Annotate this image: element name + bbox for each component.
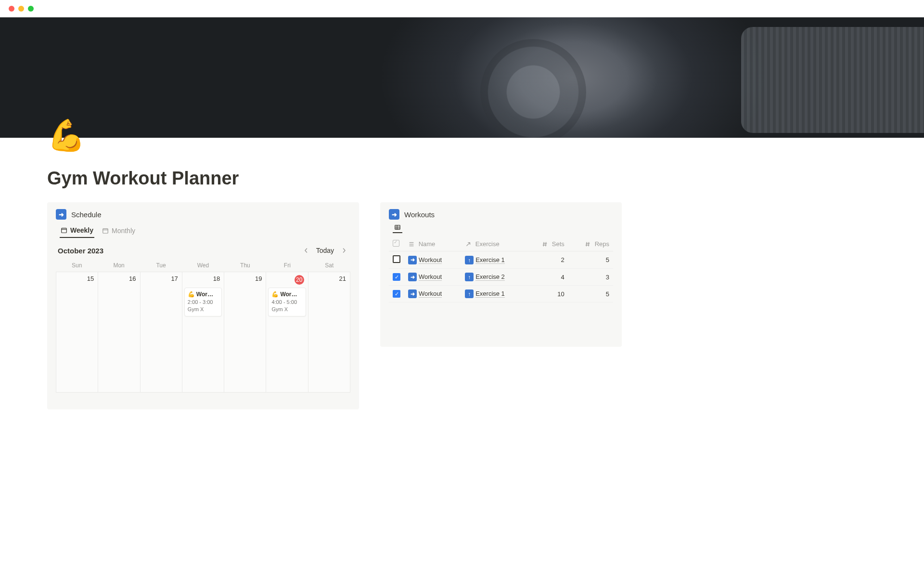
sets-value: 10: [526, 286, 568, 302]
column-exercise-header[interactable]: Exercise: [475, 240, 500, 248]
row-checkbox[interactable]: [393, 273, 400, 281]
tab-table-view[interactable]: [393, 223, 402, 233]
calendar-weekday: Mon: [98, 260, 140, 271]
window-close-icon[interactable]: [9, 6, 14, 12]
calendar-day-cell[interactable]: 16: [98, 272, 140, 393]
workout-name[interactable]: Workout: [419, 256, 442, 264]
event-location: Gym X: [271, 306, 302, 312]
calendar-day-cell[interactable]: 15: [56, 272, 98, 393]
number-icon: [584, 241, 591, 248]
calendar-weekday: Tue: [140, 260, 182, 271]
schedule-view-tabs: Weekly Monthly: [56, 223, 350, 238]
calendar-weekday: Fri: [266, 260, 308, 271]
table-row[interactable]: ➜Workout↑Exercise 243: [389, 269, 613, 286]
tab-weekly-label: Weekly: [70, 226, 93, 234]
workouts-view-tabs: [389, 223, 613, 233]
calendar-icon: [102, 227, 109, 234]
svg-rect-0: [62, 228, 67, 233]
exercise-link[interactable]: Exercise 2: [475, 273, 505, 281]
table-row[interactable]: ➜Workout↑Exercise 125: [389, 251, 613, 269]
calendar-weekday: Sat: [308, 260, 350, 271]
table-row[interactable]: ➜Workout↑Exercise 1105: [389, 286, 613, 302]
window-chrome: [0, 0, 924, 17]
workout-name[interactable]: Workout: [419, 273, 442, 281]
exercise-link[interactable]: Exercise 1: [475, 290, 505, 298]
workout-name[interactable]: Workout: [419, 290, 442, 298]
row-checkbox[interactable]: [393, 255, 400, 263]
event-time: 4:00 - 5:00: [271, 299, 302, 305]
event-time: 2:00 - 3:00: [188, 299, 218, 305]
schedule-panel: ➜ Schedule Weekly Monthly October 2023: [47, 202, 359, 409]
calendar-day-cell[interactable]: 21: [308, 272, 350, 393]
calendar-date-number: 17: [171, 275, 178, 282]
calendar-grid: 15161718💪Wor…2:00 - 3:00Gym X1920💪Wor…4:…: [56, 272, 350, 393]
svg-line-17: [586, 242, 587, 247]
calendar-month-label[interactable]: October 2023: [58, 247, 103, 255]
tab-weekly[interactable]: Weekly: [60, 223, 94, 238]
checkbox-column-icon: [393, 240, 399, 247]
flex-icon: 💪: [188, 291, 195, 298]
window-zoom-icon[interactable]: [28, 6, 34, 12]
schedule-panel-title[interactable]: Schedule: [71, 210, 102, 219]
flex-icon: 💪: [271, 291, 279, 298]
calendar-prev-button[interactable]: [302, 246, 310, 255]
arrow-up-icon: ↑: [465, 289, 474, 298]
calendar-date-number: 18: [213, 275, 220, 282]
arrow-right-icon: ➜: [389, 209, 399, 220]
calendar-weekday: Sun: [56, 260, 98, 271]
workouts-table: Name Exercise Sets Reps ➜W: [389, 237, 613, 302]
tab-monthly[interactable]: Monthly: [101, 223, 136, 238]
tab-monthly-label: Monthly: [112, 227, 135, 235]
calendar-day-cell[interactable]: 20💪Wor…4:00 - 5:00Gym X: [266, 272, 308, 393]
workouts-panel: ➜ Workouts Name Exercise: [380, 202, 622, 347]
reps-value: 5: [568, 251, 613, 269]
calendar-today-button[interactable]: Today: [316, 247, 334, 254]
arrow-right-icon: ➜: [408, 289, 417, 298]
calendar-date-number: 15: [87, 275, 94, 282]
column-name-header[interactable]: Name: [419, 240, 436, 248]
number-icon: [541, 241, 548, 248]
calendar-icon: [61, 227, 67, 234]
event-location: Gym X: [188, 306, 218, 312]
reps-value: 5: [568, 286, 613, 302]
arrow-right-icon: ➜: [56, 209, 66, 220]
calendar-day-cell[interactable]: 19: [224, 272, 266, 393]
calendar-day-cell[interactable]: 18💪Wor…2:00 - 3:00Gym X: [182, 272, 224, 393]
workouts-panel-title[interactable]: Workouts: [404, 210, 435, 219]
row-checkbox[interactable]: [393, 290, 400, 298]
arrow-up-icon: ↑: [465, 256, 474, 264]
calendar-event[interactable]: 💪Wor…2:00 - 3:00Gym X: [184, 288, 222, 316]
calendar-date-number: 19: [255, 275, 262, 282]
event-title: Wor…: [280, 291, 297, 298]
calendar-event[interactable]: 💪Wor…4:00 - 5:00Gym X: [268, 288, 306, 316]
svg-line-18: [589, 242, 589, 247]
calendar-weekday: Wed: [182, 260, 224, 271]
svg-line-13: [544, 242, 544, 247]
page-icon[interactable]: 💪: [47, 118, 924, 154]
sets-value: 4: [526, 269, 568, 286]
reps-value: 3: [568, 269, 613, 286]
event-title: Wor…: [196, 291, 213, 298]
calendar-day-cell[interactable]: 17: [141, 272, 182, 393]
calendar-weekday-header: SunMonTueWedThuFriSat: [56, 260, 350, 271]
svg-line-14: [546, 242, 546, 247]
relation-icon: [465, 241, 472, 248]
page-title[interactable]: Gym Workout Planner: [47, 168, 924, 189]
calendar-weekday: Thu: [224, 260, 266, 271]
arrow-up-icon: ↑: [465, 273, 474, 281]
arrow-right-icon: ➜: [408, 273, 417, 281]
exercise-link[interactable]: Exercise 1: [475, 256, 505, 264]
sets-value: 2: [526, 251, 568, 269]
svg-rect-4: [395, 225, 400, 229]
calendar-next-button[interactable]: [340, 246, 348, 255]
calendar-date-number: 21: [339, 275, 346, 282]
list-icon: [408, 241, 415, 248]
calendar-date-number: 16: [129, 275, 136, 282]
svg-rect-2: [103, 229, 108, 234]
calendar-date-number: 20: [295, 275, 304, 285]
arrow-right-icon: ➜: [408, 256, 417, 264]
window-minimize-icon[interactable]: [18, 6, 24, 12]
column-sets-header[interactable]: Sets: [552, 240, 565, 248]
column-reps-header[interactable]: Reps: [595, 240, 609, 248]
